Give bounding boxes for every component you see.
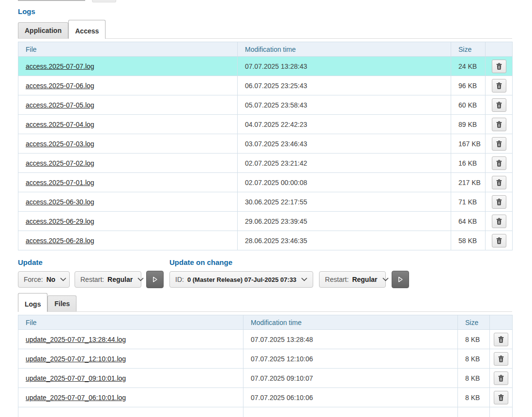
access-logs-table: File Modification time Size access.2025-…	[18, 42, 513, 250]
modification-time-cell: 02.07.2025 23:21:42	[238, 154, 451, 173]
table-row: update_2025-07-07_09:10:01.log 07.07.202…	[18, 369, 513, 388]
file-size-cell: 96 KB	[451, 76, 486, 95]
delete-button[interactable]	[492, 60, 506, 73]
restart-select-value: Regular	[107, 276, 133, 283]
table-row: access.2025-07-03.log 03.07.2025 23:46:4…	[18, 134, 513, 154]
column-header-size: Size	[458, 315, 490, 330]
modification-time-cell: 06.07.2025 23:25:43	[238, 76, 451, 95]
release-id-select-label: ID:	[175, 276, 184, 283]
table-row: access.2025-07-06.log 06.07.2025 23:25:4…	[18, 76, 513, 95]
tab-access[interactable]: Access	[68, 20, 106, 39]
force-select-label: Force:	[24, 276, 43, 283]
run-update-button[interactable]	[146, 271, 164, 288]
trash-icon	[496, 140, 502, 147]
log-file-link[interactable]: update_2025-07-07_13:28:44.log	[26, 336, 126, 343]
log-file-link[interactable]: access.2025-07-04.log	[26, 121, 94, 128]
table-row: access.2025-07-05.log 05.07.2025 23:58:4…	[18, 95, 513, 115]
log-file-link[interactable]: update_2025-07-07_09:10:01.log	[26, 374, 126, 382]
update-logs-tabbar: Logs Files	[18, 293, 512, 312]
trash-icon	[496, 102, 502, 108]
play-icon	[151, 276, 159, 283]
chevron-down-icon	[296, 278, 307, 281]
release-id-select-value: 0 (Master Release) 07-Jul-2025 07:33	[187, 276, 296, 283]
trash-icon	[498, 375, 504, 382]
tab-logs[interactable]: Logs	[18, 293, 47, 312]
log-file-link[interactable]: access.2025-07-05.log	[26, 101, 94, 109]
delete-button[interactable]	[494, 391, 508, 404]
update-on-change-heading: Update on change	[169, 259, 409, 266]
table-row: update_2025-07-07_13:28:44.log 07.07.202…	[18, 330, 513, 349]
log-file-link[interactable]: access.2025-07-02.log	[26, 159, 94, 167]
tab-application[interactable]: Application	[18, 22, 68, 38]
log-file-link[interactable]: access.2025-06-29.log	[26, 217, 94, 225]
chevron-down-icon	[133, 278, 144, 281]
log-file-link[interactable]: access.2025-07-01.log	[26, 179, 94, 186]
trash-icon	[496, 237, 502, 244]
modification-time-cell: 04.07.2025 22:42:23	[238, 115, 451, 134]
trash-icon	[496, 121, 502, 128]
run-update-on-change-button[interactable]	[392, 271, 409, 288]
file-size-cell: 167 KB	[451, 134, 486, 154]
column-header-modification-time: Modification time	[243, 315, 458, 330]
trash-icon	[498, 355, 504, 362]
table-row: update_2025-07-07_06:10:01.log 07.07.202…	[18, 388, 513, 407]
column-header-actions	[486, 42, 513, 57]
restart-on-change-select-label: Restart:	[325, 276, 349, 283]
log-file-link[interactable]: update_2025-07-07_12:10:01.log	[26, 355, 126, 363]
restart-on-change-select[interactable]: Restart: Regular	[319, 271, 386, 288]
tab-files[interactable]: Files	[47, 295, 76, 311]
delete-button[interactable]	[492, 118, 506, 131]
modification-time-cell: 30.06.2025 22:17:55	[238, 192, 451, 212]
delete-button[interactable]	[492, 79, 506, 93]
logs-tabbar: Application Access	[18, 20, 512, 39]
file-size-cell	[458, 407, 490, 417]
delete-button[interactable]	[492, 215, 506, 228]
column-header-modification-time: Modification time	[238, 42, 451, 57]
table-row: access.2025-06-30.log 30.06.2025 22:17:5…	[18, 192, 513, 212]
trash-icon	[498, 394, 504, 401]
delete-button[interactable]	[492, 98, 506, 112]
delete-button[interactable]	[494, 371, 508, 385]
table-row: access.2025-06-29.log 29.06.2025 23:39:4…	[18, 212, 513, 231]
modification-time-cell: 02.07.2025 00:00:08	[238, 173, 451, 192]
delete-button[interactable]	[492, 234, 506, 247]
delete-button[interactable]	[494, 352, 508, 366]
trash-icon	[498, 336, 504, 343]
file-size-cell: 64 KB	[451, 212, 486, 231]
release-id-select[interactable]: ID: 0 (Master Release) 07-Jul-2025 07:33	[169, 271, 313, 288]
delete-button[interactable]	[492, 156, 506, 170]
delete-button[interactable]	[492, 176, 506, 189]
delete-button[interactable]	[492, 137, 506, 151]
file-size-cell: 16 KB	[451, 154, 486, 173]
update-group: Update Force: No Restart: Regular	[18, 259, 164, 288]
force-select-value: No	[46, 276, 56, 283]
update-logs-rows: update_2025-07-07_13:28:44.log 07.07.202…	[18, 330, 513, 417]
update-on-change-group: Update on change ID: 0 (Master Release) …	[169, 259, 409, 288]
log-file-link[interactable]: access.2025-07-06.log	[26, 82, 94, 90]
text-input-partial[interactable]	[18, 0, 85, 1]
trash-icon	[496, 63, 502, 70]
file-size-cell: 60 KB	[451, 95, 486, 115]
table-header-row: File Modification time Size	[18, 315, 513, 330]
table-row: access.2025-07-01.log 02.07.2025 00:00:0…	[18, 173, 513, 192]
button-partial[interactable]	[92, 0, 116, 2]
delete-button[interactable]	[494, 333, 508, 346]
trash-icon	[496, 160, 502, 167]
force-select[interactable]: Force: No	[18, 271, 70, 288]
file-size-cell: 24 KB	[451, 57, 486, 76]
restart-select[interactable]: Restart: Regular	[75, 271, 141, 288]
log-file-link[interactable]: update_2025-07-07_06:10:01.log	[26, 394, 126, 402]
column-header-actions	[490, 315, 513, 330]
log-file-link[interactable]: access.2025-06-30.log	[26, 198, 94, 206]
log-file-link[interactable]: access.2025-07-07.log	[26, 62, 94, 70]
file-size-cell: 8 KB	[458, 369, 490, 388]
file-size-cell: 217 KB	[451, 173, 486, 192]
file-size-cell: 71 KB	[451, 192, 486, 212]
file-size-cell: 8 KB	[458, 388, 490, 407]
log-file-link[interactable]: access.2025-07-03.log	[26, 140, 94, 148]
log-file-link[interactable]: access.2025-06-28.log	[26, 237, 94, 245]
delete-button[interactable]	[492, 195, 506, 209]
modification-time-cell: 07.07.2025 13:28:48	[243, 330, 458, 349]
file-size-cell: 89 KB	[451, 115, 486, 134]
modification-time-cell: 05.07.2025 23:58:43	[238, 95, 451, 115]
